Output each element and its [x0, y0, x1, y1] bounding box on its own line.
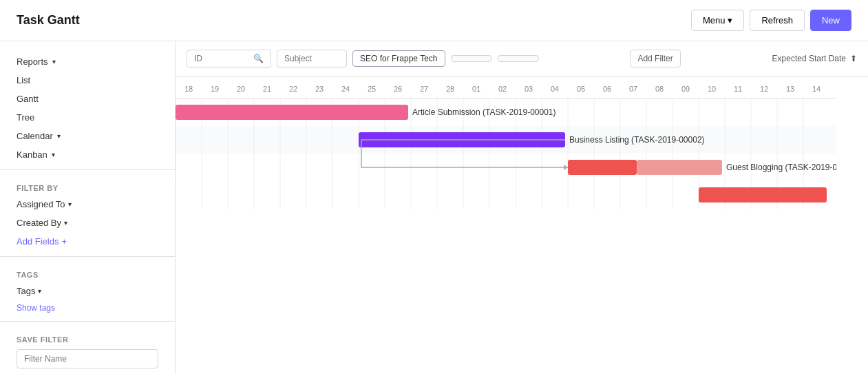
- sidebar-item-label: List: [17, 75, 30, 85]
- svg-text:25: 25: [368, 85, 376, 93]
- show-tags-button[interactable]: Show tags: [0, 300, 175, 315]
- svg-text:07: 07: [629, 85, 637, 93]
- chevron-down-icon: ▾: [52, 58, 56, 65]
- subject-filter: [277, 50, 347, 67]
- svg-rect-59: [568, 160, 637, 175]
- svg-text:14: 14: [812, 85, 821, 93]
- tags-section-label: TAGS: [0, 262, 175, 282]
- sidebar-item-kanban[interactable]: Kanban ▾: [0, 145, 175, 164]
- gantt-svg: 1819202122232425262728010203040506070809…: [176, 76, 836, 222]
- main-layout: Reports ▾ List Gantt Tree Calendar ▾ Kan…: [0, 41, 868, 374]
- main-content: 🔍 SEO for Frappe Tech Add Filter Expecte…: [176, 41, 868, 374]
- id-input[interactable]: [194, 54, 249, 63]
- svg-text:Guest Blogging (TASK-2019-0000: Guest Blogging (TASK-2019-00003): [726, 163, 836, 172]
- divider: [0, 256, 175, 257]
- svg-text:20: 20: [237, 85, 245, 93]
- svg-text:01: 01: [472, 85, 480, 93]
- subject-input[interactable]: [284, 54, 339, 63]
- sort-control: Expected Start Date ⬆: [772, 54, 857, 63]
- svg-text:05: 05: [577, 85, 585, 93]
- filter-created-by[interactable]: Created By ▾: [0, 214, 175, 232]
- svg-text:10: 10: [708, 85, 716, 93]
- svg-text:26: 26: [394, 85, 402, 93]
- svg-text:Article Submission (TASK-2019-: Article Submission (TASK-2019-00001): [412, 107, 556, 117]
- sidebar-item-label: Gantt: [17, 94, 39, 104]
- sidebar-item-reports[interactable]: Reports ▾: [0, 52, 175, 71]
- svg-text:13: 13: [786, 85, 794, 93]
- svg-text:18: 18: [184, 85, 193, 93]
- svg-text:21: 21: [263, 85, 271, 93]
- sidebar: Reports ▾ List Gantt Tree Calendar ▾ Kan…: [0, 41, 176, 374]
- svg-text:23: 23: [315, 85, 324, 93]
- svg-text:19: 19: [211, 85, 219, 93]
- svg-text:Business Listing (TASK-2019-00: Business Listing (TASK-2019-00002): [569, 135, 705, 145]
- filter-assigned-to[interactable]: Assigned To ▾: [0, 195, 175, 214]
- page-title: Task Gantt: [17, 13, 80, 28]
- plus-icon: +: [61, 236, 67, 247]
- filter-bar: 🔍 SEO for Frappe Tech Add Filter Expecte…: [176, 41, 868, 76]
- app-header: Task Gantt Menu ▾ Refresh New: [0, 0, 868, 41]
- svg-text:03: 03: [525, 85, 533, 93]
- sidebar-item-label: Kanban: [17, 149, 47, 160]
- svg-rect-60: [637, 160, 722, 175]
- add-filter-button[interactable]: Add Filter: [630, 50, 680, 67]
- chevron-down-icon: ▾: [68, 200, 72, 208]
- filter-label: Created By: [17, 218, 61, 228]
- svg-text:02: 02: [498, 85, 507, 93]
- id-filter: 🔍: [187, 50, 271, 67]
- svg-text:08: 08: [655, 85, 664, 93]
- svg-text:04: 04: [551, 85, 559, 93]
- sidebar-item-label: Reports: [17, 56, 48, 67]
- sidebar-item-label: Calendar: [17, 131, 53, 141]
- menu-button[interactable]: Menu ▾: [691, 10, 745, 31]
- sort-label: Expected Start Date: [772, 54, 846, 63]
- gantt-container: 1819202122232425262728010203040506070809…: [176, 76, 868, 222]
- add-fields-button[interactable]: Add Fields +: [0, 232, 175, 251]
- svg-rect-63: [699, 187, 827, 202]
- refresh-button[interactable]: Refresh: [750, 10, 805, 31]
- sidebar-item-gantt[interactable]: Gantt: [0, 90, 175, 108]
- empty-filter-tag-1: [451, 55, 492, 62]
- search-icon: 🔍: [253, 54, 264, 63]
- save-filter-section: SAVE FILTER: [0, 327, 175, 374]
- svg-text:22: 22: [289, 85, 297, 93]
- svg-rect-55: [176, 105, 408, 120]
- chevron-down-icon: ▾: [57, 132, 61, 140]
- header-actions: Menu ▾ Refresh New: [691, 10, 851, 31]
- filter-by-label: FILTER BY: [0, 176, 175, 195]
- chevron-down-icon: ▾: [728, 15, 732, 25]
- chevron-down-icon: ▾: [38, 287, 41, 295]
- svg-text:06: 06: [603, 85, 611, 93]
- sidebar-item-label: Tree: [17, 112, 34, 123]
- svg-text:24: 24: [341, 85, 350, 93]
- tags-label: Tags: [17, 286, 35, 296]
- save-filter-label: SAVE FILTER: [17, 335, 158, 349]
- tags-filter[interactable]: Tags ▾: [0, 282, 175, 300]
- sidebar-item-tree[interactable]: Tree: [0, 108, 175, 127]
- gantt-chart-area: 1819202122232425262728010203040506070809…: [176, 76, 868, 374]
- filter-name-input[interactable]: [17, 349, 158, 368]
- new-button[interactable]: New: [810, 10, 851, 31]
- sidebar-item-calendar[interactable]: Calendar ▾: [0, 127, 175, 145]
- svg-text:09: 09: [681, 85, 690, 93]
- sort-icon[interactable]: ⬆: [850, 54, 857, 63]
- svg-text:12: 12: [760, 85, 768, 93]
- sidebar-item-list[interactable]: List: [0, 71, 175, 90]
- svg-text:11: 11: [734, 85, 742, 93]
- divider: [0, 169, 175, 170]
- active-filter-tag[interactable]: SEO for Frappe Tech: [352, 50, 445, 67]
- filter-right: Add Filter: [630, 50, 680, 67]
- filter-label: Assigned To: [17, 199, 65, 209]
- chevron-down-icon: ▾: [64, 219, 67, 227]
- empty-filter-tag-2: [498, 55, 539, 62]
- svg-text:27: 27: [420, 85, 428, 93]
- svg-text:28: 28: [446, 85, 454, 93]
- divider: [0, 321, 175, 322]
- chevron-down-icon: ▾: [52, 151, 55, 158]
